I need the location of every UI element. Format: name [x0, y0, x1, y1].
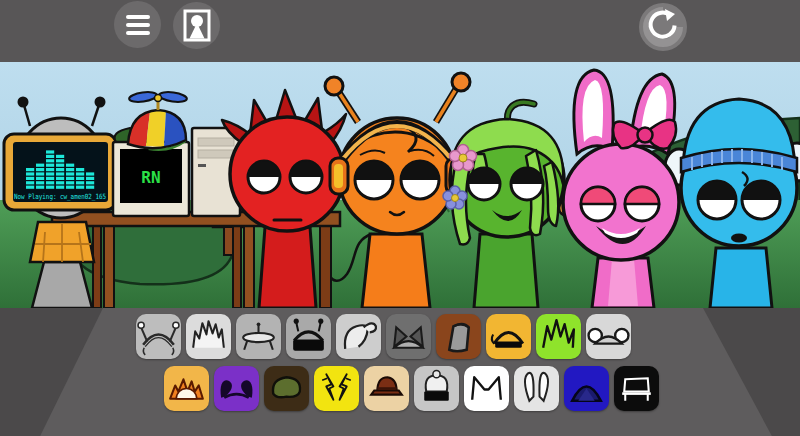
now-playing-text: Now Playing: cw_amen02_165 [14, 192, 106, 201]
monkey-ears-icon [586, 314, 631, 359]
sleep-mask-icon [486, 314, 531, 359]
propeller-beanie [128, 91, 187, 151]
sun-crown-icon [164, 366, 209, 411]
wire-headphones-icon [136, 314, 181, 359]
sound-icon-bunny-ears[interactable] [514, 366, 559, 411]
refresh-icon [641, 5, 685, 49]
cat-ears-outline-icon [464, 366, 509, 411]
sound-row-1 [136, 314, 631, 359]
sound-icon-sleep-mask[interactable] [486, 314, 531, 359]
sound-icon-fez-hat[interactable] [436, 314, 481, 359]
sound-icon-devil-horns[interactable] [214, 366, 259, 411]
sound-icon-visor-antennae[interactable] [286, 314, 331, 359]
blue-hood-icon [564, 366, 609, 411]
sound-icon-curl-horn[interactable] [336, 314, 381, 359]
curl-horn-icon [336, 314, 381, 359]
grass-wig-icon [264, 366, 309, 411]
sound-icon-blue-hood[interactable] [564, 366, 609, 411]
fedora-hat-icon [364, 366, 409, 411]
visor-antennae-icon [286, 314, 331, 359]
sound-icon-grass-wig[interactable] [264, 366, 309, 411]
menu-button[interactable] [114, 1, 161, 48]
sound-icon-fedora-hat[interactable] [364, 366, 409, 411]
portrait-icon [177, 6, 217, 46]
sound-row-2 [164, 366, 659, 411]
restart-button[interactable] [639, 3, 687, 51]
chef-hat-icon [414, 366, 459, 411]
sound-icon-cat-ears[interactable] [386, 314, 431, 359]
panel-corner-left [0, 308, 103, 436]
spark-bolts-icon [314, 366, 359, 411]
sound-icon-bench[interactable] [614, 366, 659, 411]
stage: Now Playing: cw_amen02_165 RN [0, 62, 800, 308]
saucer-hat-icon [236, 314, 281, 359]
sound-icon-spiky-hair[interactable] [186, 314, 231, 359]
character-select-button[interactable] [173, 2, 220, 49]
spiky-hair-icon [186, 314, 231, 359]
bench-icon [614, 366, 659, 411]
sound-icon-chef-hat[interactable] [414, 366, 459, 411]
monitor-text: RN [141, 168, 160, 187]
lightning-hair-icon [536, 314, 581, 359]
sound-icon-spark-bolts[interactable] [314, 366, 359, 411]
top-bar [0, 0, 800, 62]
soundboard-panel [0, 308, 800, 436]
sound-icon-sun-crown[interactable] [164, 366, 209, 411]
hamburger-icon [125, 14, 151, 36]
fez-hat-icon [436, 314, 481, 359]
cat-ears-icon [386, 314, 431, 359]
bunny-ears-icon [514, 366, 559, 411]
devil-horns-icon [214, 366, 259, 411]
sound-icon-lightning-hair[interactable] [536, 314, 581, 359]
panel-corner-right [703, 308, 800, 436]
sound-icon-saucer-hat[interactable] [236, 314, 281, 359]
sound-icon-cat-ears-outline[interactable] [464, 366, 509, 411]
sound-icon-monkey-ears[interactable] [586, 314, 631, 359]
sound-icon-wire-headphones[interactable] [136, 314, 181, 359]
